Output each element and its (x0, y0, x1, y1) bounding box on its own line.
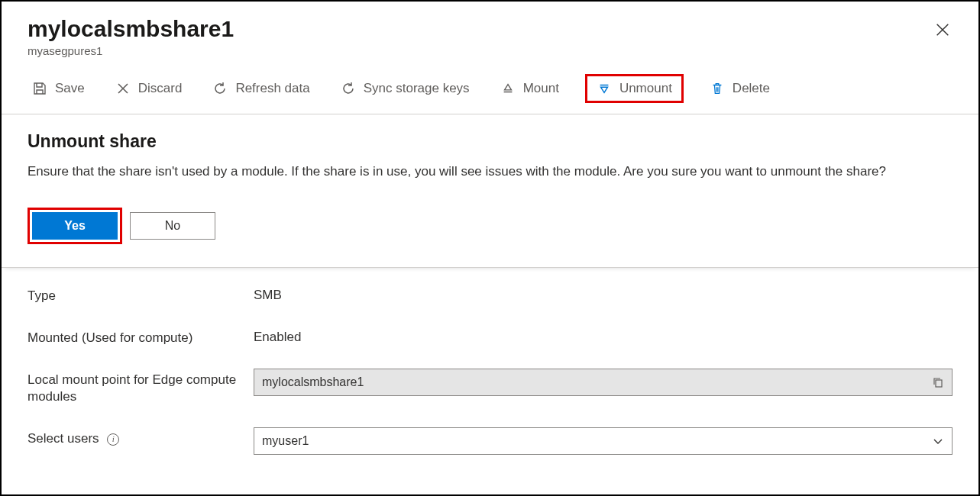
refresh-label: Refresh data (235, 81, 309, 96)
dialog-actions: Yes No (27, 208, 953, 244)
mounted-label: Mounted (Used for compute) (27, 327, 254, 347)
discard-button[interactable]: Discard (111, 78, 187, 99)
mounted-value: Enabled (254, 327, 953, 345)
unmount-dialog: Unmount share Ensure that the share isn'… (2, 114, 978, 268)
yes-button[interactable]: Yes (32, 212, 118, 240)
no-button[interactable]: No (130, 212, 215, 240)
row-type: Type SMB (27, 285, 953, 305)
users-label-text: Select users (27, 431, 99, 446)
users-value: myuser1 (262, 434, 309, 448)
page-title: mylocalsmbshare1 (27, 15, 953, 43)
users-select[interactable]: myuser1 (254, 427, 953, 455)
sync-label: Sync storage keys (364, 81, 470, 96)
row-mountpoint: Local mount point for Edge compute modul… (27, 369, 953, 407)
info-icon[interactable]: i (107, 433, 119, 446)
dialog-body: Ensure that the share isn't used by a mo… (27, 163, 929, 182)
mount-button[interactable]: Mount (496, 78, 564, 99)
save-button[interactable]: Save (27, 78, 89, 99)
users-label: Select users i (27, 427, 254, 448)
panel-frame: mylocalsmbshare1 myasegpures1 Save Disca… (0, 0, 980, 496)
sync-button[interactable]: Sync storage keys (336, 78, 474, 99)
discard-label: Discard (138, 81, 183, 96)
mountpoint-value: mylocalsmbshare1 (262, 375, 932, 389)
discard-icon (115, 81, 131, 96)
type-value: SMB (254, 285, 953, 303)
sync-icon (341, 81, 356, 96)
header: mylocalsmbshare1 myasegpures1 (2, 2, 978, 57)
unmount-button[interactable]: Unmount (585, 74, 684, 103)
dialog-title: Unmount share (27, 131, 953, 152)
mountpoint-field: mylocalsmbshare1 (254, 369, 953, 396)
mount-label: Mount (523, 81, 559, 96)
type-label: Type (27, 285, 254, 305)
mountpoint-label: Local mount point for Edge compute modul… (27, 369, 254, 407)
delete-label: Delete (733, 81, 770, 96)
row-users: Select users i myuser1 (27, 427, 953, 455)
save-label: Save (55, 81, 85, 96)
chevron-down-icon (932, 435, 944, 447)
copy-button[interactable] (932, 376, 944, 388)
page-subtitle: myasegpures1 (27, 44, 953, 57)
unmount-icon (597, 81, 612, 96)
toolbar: Save Discard Refresh data (2, 57, 978, 114)
details-form: Type SMB Mounted (Used for compute) Enab… (2, 268, 978, 485)
unmount-label: Unmount (619, 81, 672, 96)
delete-icon (710, 81, 725, 96)
save-icon (32, 81, 47, 96)
close-icon (934, 21, 951, 38)
svg-rect-0 (936, 380, 942, 387)
row-mounted: Mounted (Used for compute) Enabled (27, 327, 953, 347)
mount-icon (500, 81, 516, 96)
close-button[interactable] (934, 21, 953, 40)
yes-highlight: Yes (27, 208, 122, 244)
delete-button[interactable]: Delete (705, 78, 775, 99)
refresh-icon (212, 81, 228, 96)
refresh-button[interactable]: Refresh data (208, 78, 314, 99)
